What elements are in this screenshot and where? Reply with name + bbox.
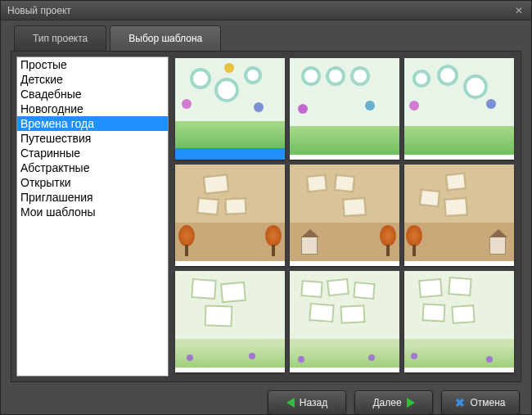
template-thumb[interactable] [290, 165, 399, 266]
button-label: Далее [372, 397, 401, 408]
button-bar: Назад Далее ✖ Отмена [1, 390, 531, 415]
window-title: Новый проект [7, 5, 71, 16]
category-item[interactable]: Мои шаблоны [17, 205, 168, 219]
tab-bar: Тип проекта Выбор шаблона [1, 20, 531, 51]
thumb-art [175, 165, 285, 261]
template-thumb[interactable] [290, 58, 399, 160]
titlebar: Новый проект ✕ [1, 1, 531, 20]
template-thumb[interactable] [404, 271, 514, 372]
close-icon: ✖ [455, 396, 465, 409]
category-item[interactable]: Новогодние [17, 101, 168, 116]
thumb-art [290, 58, 399, 155]
template-thumb[interactable] [290, 271, 399, 372]
category-item[interactable]: Открытки [17, 175, 168, 190]
category-item[interactable]: Детские [17, 72, 168, 87]
template-grid [174, 56, 516, 374]
close-icon[interactable]: ✕ [513, 5, 525, 16]
tab-label: Тип проекта [33, 33, 88, 44]
category-list[interactable]: Простые Детские Свадебные Новогодние Вре… [16, 56, 169, 377]
content-panel: Простые Детские Свадебные Новогодние Вре… [11, 51, 521, 382]
category-item[interactable]: Времена года [17, 116, 168, 131]
category-item[interactable]: Путешествия [17, 131, 168, 146]
button-label: Отмена [470, 397, 505, 408]
arrow-left-icon [286, 398, 295, 408]
thumb-art [175, 58, 285, 148]
back-button[interactable]: Назад [268, 390, 346, 415]
template-grid-wrap [174, 56, 516, 377]
next-button[interactable]: Далее [354, 390, 433, 415]
thumb-art [404, 271, 514, 368]
template-thumb[interactable] [404, 165, 514, 266]
tab-label: Выбор шаблона [128, 33, 202, 44]
thumb-art [175, 271, 285, 368]
thumb-select-bar [175, 148, 285, 160]
template-thumb[interactable] [175, 58, 285, 160]
template-thumb[interactable] [175, 271, 285, 372]
tab-project-type[interactable]: Тип проекта [14, 25, 106, 51]
template-thumb[interactable] [175, 165, 285, 266]
thumb-art [290, 271, 399, 368]
thumb-art [404, 58, 514, 155]
thumb-art [404, 165, 514, 261]
tab-template-select[interactable]: Выбор шаблона [110, 25, 221, 51]
category-item[interactable]: Приглашения [17, 190, 168, 205]
thumb-art [290, 165, 399, 261]
cancel-button[interactable]: ✖ Отмена [441, 390, 520, 415]
category-item[interactable]: Простые [17, 57, 168, 72]
category-item[interactable]: Абстрактные [17, 160, 168, 175]
template-thumb[interactable] [404, 58, 514, 160]
arrow-right-icon [407, 398, 415, 408]
category-item[interactable]: Старинные [17, 146, 168, 160]
category-item[interactable]: Свадебные [17, 87, 168, 101]
button-label: Назад [300, 397, 327, 408]
